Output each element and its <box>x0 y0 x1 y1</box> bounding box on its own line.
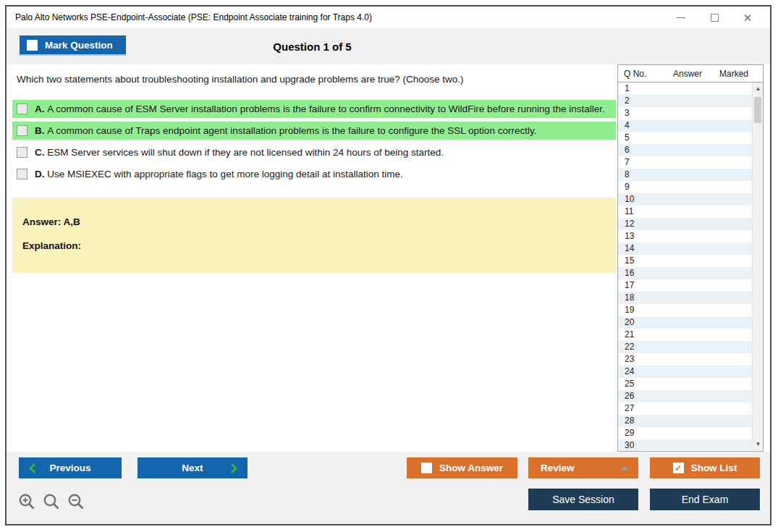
previous-button[interactable]: Previous <box>19 457 122 478</box>
question-list-row[interactable]: 3 <box>618 107 763 119</box>
question-list-row[interactable]: 29 <box>618 427 763 439</box>
end-exam-label: End Exam <box>682 494 729 505</box>
question-list-row[interactable]: 2 <box>618 95 763 107</box>
window-title: Palo Alto Networks PSE-Endpoint-Associat… <box>7 12 372 22</box>
question-list-row[interactable]: 19 <box>618 304 763 316</box>
explanation-label: Explanation: <box>22 240 606 251</box>
option-text: C. ESM Server services will shut down if… <box>35 145 444 159</box>
show-list-label: Show List <box>691 463 737 473</box>
question-list-row[interactable]: 7 <box>618 156 763 169</box>
option-checkbox[interactable] <box>17 169 28 180</box>
answer-box: Answer: A,B Explanation: <box>12 198 616 273</box>
question-list-row[interactable]: 11 <box>618 206 763 218</box>
question-list-row[interactable]: 21 <box>618 329 763 341</box>
question-list-row[interactable]: 13 <box>618 230 763 242</box>
question-list-row[interactable]: 9 <box>618 181 763 193</box>
show-answer-button[interactable]: Show Answer <box>407 457 517 478</box>
footer-bar: Previous Next Show Answer Review ✓ Show … <box>7 452 770 524</box>
previous-label: Previous <box>49 463 90 473</box>
zoom-reset-icon[interactable] <box>43 493 61 514</box>
question-header-bar: Mark Question Question 1 of 5 <box>7 28 770 64</box>
question-list-row[interactable]: 27 <box>618 402 763 415</box>
next-button[interactable]: Next <box>138 457 248 478</box>
question-list-row[interactable]: 10 <box>618 193 763 206</box>
minimize-icon <box>677 17 685 18</box>
question-counter: Question 1 of 5 <box>7 28 618 64</box>
question-list-row[interactable]: 15 <box>618 255 763 267</box>
question-list-row[interactable]: 24 <box>618 366 763 378</box>
option-text: D. Use MSIEXEC with appropriate flags to… <box>35 167 403 181</box>
answer-option-d[interactable]: D. Use MSIEXEC with appropriate flags to… <box>12 165 616 183</box>
question-list-row[interactable]: 26 <box>618 390 763 402</box>
option-checkbox[interactable] <box>17 125 28 136</box>
question-list-row[interactable]: 6 <box>618 144 763 156</box>
question-list-scrollbar[interactable]: ▲ ▼ <box>752 83 763 450</box>
minimize-button[interactable] <box>664 7 698 28</box>
save-session-label: Save Session <box>552 494 614 505</box>
title-bar: Palo Alto Networks PSE-Endpoint-Associat… <box>7 7 770 28</box>
show-answer-label: Show Answer <box>439 463 503 473</box>
question-pane: Which two statements about troubleshooti… <box>12 64 616 273</box>
question-list-body: 1234567891011121314151617181920212223242… <box>618 83 763 450</box>
question-list-body-wrap: 1234567891011121314151617181920212223242… <box>618 83 763 450</box>
option-text: B. A common cause of Traps endpoint agen… <box>35 124 536 138</box>
options-list: A. A common cause of ESM Server installa… <box>12 100 616 184</box>
option-text: A. A common cause of ESM Server installa… <box>35 102 605 116</box>
question-list-row[interactable]: 4 <box>618 119 763 132</box>
triangle-up-icon <box>620 465 629 470</box>
option-checkbox[interactable] <box>17 104 28 114</box>
question-list-row[interactable]: 12 <box>618 218 763 230</box>
question-list-row[interactable]: 17 <box>618 279 763 292</box>
show-list-button[interactable]: ✓ Show List <box>650 457 760 478</box>
question-list-row[interactable]: 22 <box>618 341 763 353</box>
chevron-left-icon <box>29 463 36 473</box>
question-list-header: Q No. Answer Marked <box>618 65 763 83</box>
zoom-tools <box>18 493 85 514</box>
question-list-row[interactable]: 28 <box>618 415 763 427</box>
review-label: Review <box>541 463 575 473</box>
next-label: Next <box>182 463 203 473</box>
answer-option-a[interactable]: A. A common cause of ESM Server installa… <box>12 100 616 118</box>
scroll-down-button[interactable]: ▼ <box>753 439 763 449</box>
answer-option-c[interactable]: C. ESM Server services will shut down if… <box>12 143 616 161</box>
maximize-button[interactable] <box>698 7 731 28</box>
save-session-button[interactable]: Save Session <box>528 489 638 510</box>
maximize-icon <box>711 14 719 22</box>
question-list-row[interactable]: 16 <box>618 267 763 279</box>
question-list-row[interactable]: 23 <box>618 353 763 366</box>
question-list-row[interactable]: 18 <box>618 292 763 304</box>
scrollbar-thumb[interactable] <box>754 97 761 123</box>
checkbox-checked-icon: ✓ <box>673 463 684 473</box>
zoom-out-icon[interactable] <box>67 493 85 514</box>
question-list-row[interactable]: 20 <box>618 316 763 329</box>
question-list-row[interactable]: 14 <box>618 242 763 255</box>
close-icon: ✕ <box>743 12 753 23</box>
question-list-row[interactable]: 1 <box>618 83 763 95</box>
column-q-no: Q No. <box>624 69 646 79</box>
question-list-row[interactable]: 25 <box>618 378 763 390</box>
review-button[interactable]: Review <box>528 457 638 478</box>
question-list-panel: Q No. Answer Marked 12345678910111213141… <box>617 64 764 452</box>
app-window: Palo Alto Networks PSE-Endpoint-Associat… <box>5 5 771 525</box>
chevron-right-icon <box>230 463 237 473</box>
scroll-up-button[interactable]: ▲ <box>753 83 763 94</box>
question-list-row[interactable]: 8 <box>618 169 763 181</box>
checkbox-icon <box>421 463 432 473</box>
end-exam-button[interactable]: End Exam <box>650 489 760 510</box>
column-answer: Answer <box>673 69 702 79</box>
question-list-row[interactable]: 30 <box>618 439 763 450</box>
zoom-in-icon[interactable] <box>18 493 36 514</box>
column-marked: Marked <box>719 69 748 79</box>
question-text: Which two statements about troubleshooti… <box>17 74 616 85</box>
answer-text: Answer: A,B <box>22 216 606 227</box>
answer-option-b[interactable]: B. A common cause of Traps endpoint agen… <box>12 122 616 140</box>
option-checkbox[interactable] <box>17 147 28 158</box>
window-controls: ✕ <box>664 7 764 28</box>
question-list-row[interactable]: 5 <box>618 132 763 144</box>
close-button[interactable]: ✕ <box>731 7 764 28</box>
main-content: Which two statements about troubleshooti… <box>7 64 770 452</box>
